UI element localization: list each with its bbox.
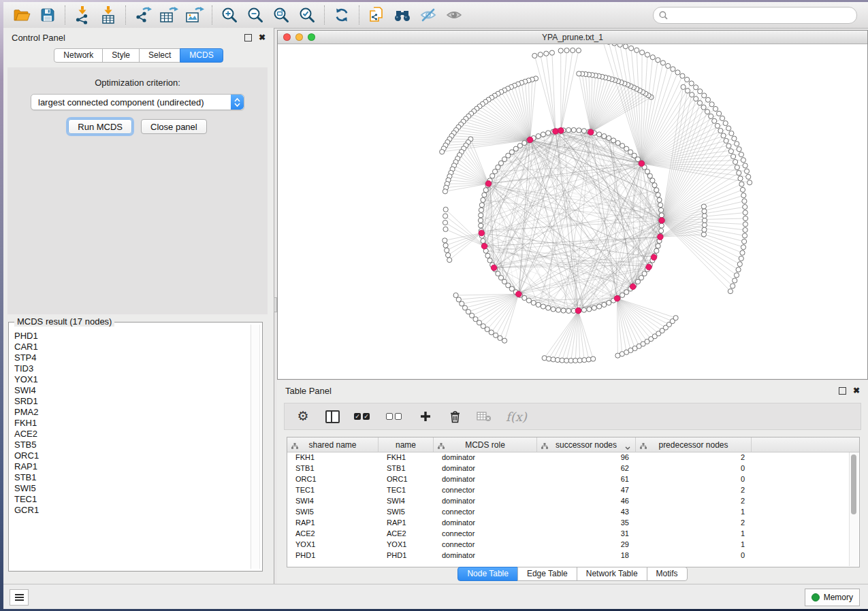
find-button[interactable] [389,4,415,26]
table-cell: STB1 [287,463,379,474]
tab-select[interactable]: Select [139,48,180,63]
export-table-button[interactable] [156,4,182,26]
window-maximize-button[interactable] [308,33,315,41]
open-file-button[interactable] [9,4,35,26]
zoom-out-button[interactable] [242,4,268,26]
status-bar: Memory [3,584,868,609]
mcds-result-item[interactable]: SWI4 [14,385,248,396]
network-window-titlebar[interactable]: YPA_prune.txt_1 [278,31,867,44]
table-cell-filler [752,507,859,518]
table-row[interactable]: FKH1FKH1dominator962 [287,452,859,463]
table-cell: dominator [434,452,537,463]
table-row[interactable]: TEC1TEC1connector472 [287,485,859,496]
close-panel-icon[interactable]: ✖ [259,34,266,41]
table-row[interactable]: STB1STB1dominator620 [287,463,859,474]
duplicate-network-button[interactable] [364,4,389,26]
optimization-criterion-select[interactable]: largest connected component (undirected) [31,94,244,110]
export-image-button[interactable] [182,4,208,26]
table-cell: PHD1 [287,550,379,561]
zoom-fit-button[interactable] [268,4,294,26]
mcds-result-item[interactable]: ORC1 [14,450,248,461]
deselect-all-rows-button[interactable] [386,408,404,425]
tab-mcds[interactable]: MCDS [180,48,223,63]
table-cell: SWI5 [287,507,379,518]
export-image-icon [184,5,205,24]
mcds-result-item[interactable]: RAP1 [14,461,248,472]
table-row[interactable]: SWI4SWI4dominator462 [287,496,859,507]
sort-desc-icon [625,443,630,452]
task-history-button[interactable] [10,589,29,606]
import-network-button[interactable] [69,4,95,26]
tab-style[interactable]: Style [102,48,140,63]
import-table-button[interactable] [95,4,121,26]
table-row[interactable]: ACE2ACE2connector311 [287,529,859,540]
mcds-result-item[interactable]: TID3 [14,363,248,374]
close-panel-button[interactable]: Close panel [141,119,207,134]
run-mcds-button[interactable]: Run MCDS [68,119,132,134]
mcds-result-item[interactable]: STB5 [14,440,248,450]
shared-column-icon [640,442,647,451]
node-table: shared namenameMCDS rolesuccessor nodesp… [287,437,860,567]
tab-edge-table[interactable]: Edge Table [517,567,577,581]
window-close-button[interactable] [283,33,291,41]
mcds-list-scrollbar[interactable] [251,325,260,569]
table-row[interactable]: ORC1ORC1dominator610 [287,474,859,485]
hide-details-button[interactable] [415,4,441,26]
select-all-rows-button[interactable]: ✓✓ [354,408,372,425]
table-row[interactable]: RAP1RAP1dominator352 [287,518,859,529]
table-cell: 1 [636,540,752,550]
show-details-button[interactable] [441,4,467,26]
mcds-result-item[interactable]: SWI5 [14,483,248,494]
table-cell: PHD1 [379,550,434,561]
tab-network[interactable]: Network [54,48,103,63]
save-session-button[interactable] [35,4,61,26]
column-header-successor-nodes[interactable]: successor nodes [537,437,636,452]
table-row[interactable]: PHD1PHD1dominator180 [287,550,859,561]
float-panel-icon[interactable] [244,34,252,42]
window-minimize-button[interactable] [295,33,303,41]
show-columns-button[interactable] [325,408,340,425]
table-cell: connector [434,529,537,540]
select-stepper-icon [231,95,244,110]
export-network-button[interactable] [130,4,156,26]
mcds-result-item[interactable]: STB1 [14,472,248,483]
table-row[interactable]: SWI5SWI5connector431 [287,507,859,518]
tab-motifs[interactable]: Motifs [647,567,688,581]
mcds-result-item[interactable]: TEC1 [14,494,248,505]
table-scrollbar[interactable] [849,452,858,566]
table-row[interactable]: YOX1YOX1connector291 [287,540,859,550]
column-header-mcds-role[interactable]: MCDS role [434,437,537,452]
mcds-result-item[interactable]: CAR1 [14,342,248,352]
column-header-predecessor-nodes[interactable]: predecessor nodes [636,437,752,452]
zoom-in-button[interactable] [216,4,242,26]
search-field[interactable] [653,7,857,24]
memory-button[interactable]: Memory [805,589,860,606]
close-panel-icon[interactable]: ✖ [853,387,860,394]
table-cell: 46 [537,496,636,507]
save-floppy-icon [39,7,56,23]
tab-node-table[interactable]: Node Table [457,567,518,581]
mcds-result-item[interactable]: YOX1 [14,374,248,385]
float-panel-icon[interactable] [839,387,846,395]
refresh-button[interactable] [329,4,355,26]
mcds-result-item[interactable]: FKH1 [14,418,248,429]
column-header-name[interactable]: name [379,437,434,452]
plus-icon [419,410,432,423]
table-settings-button[interactable]: ⚙ [295,408,310,425]
table-cell: 0 [636,463,752,474]
zoom-selected-button[interactable] [294,4,320,26]
mcds-result-item[interactable]: ACE2 [14,429,248,440]
mcds-result-item[interactable]: PMA2 [14,407,248,418]
network-canvas[interactable] [278,44,867,379]
mcds-result-item[interactable]: STP4 [14,352,248,363]
add-column-button[interactable] [418,408,433,425]
scrollbar-thumb[interactable] [851,455,856,514]
column-header-shared-name[interactable]: shared name [287,437,379,452]
tab-network-table[interactable]: Network Table [577,567,647,581]
table-cell: dominator [434,463,537,474]
mcds-result-item[interactable]: SRD1 [14,396,248,407]
mcds-result-item[interactable]: PHD1 [14,331,248,342]
delete-column-button[interactable] [447,408,462,425]
search-input[interactable] [671,8,851,22]
mcds-result-item[interactable]: GCR1 [14,505,248,516]
